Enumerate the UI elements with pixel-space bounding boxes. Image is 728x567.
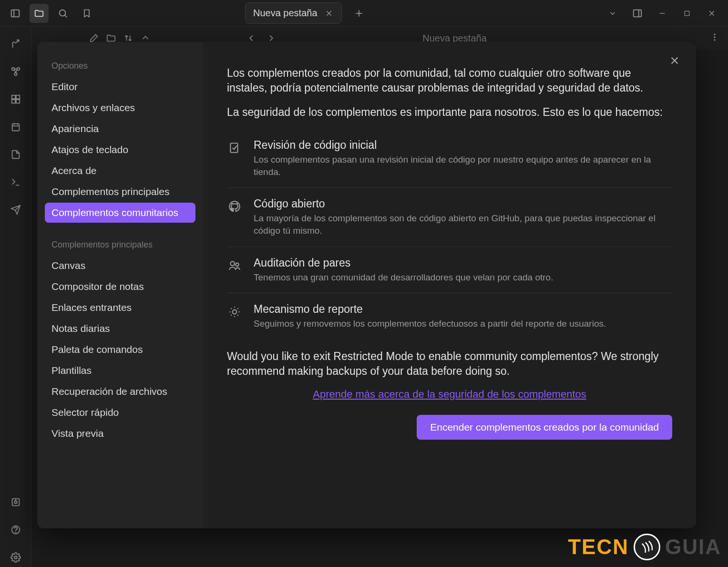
titlebar-left <box>0 4 102 23</box>
svg-point-17 <box>11 68 14 71</box>
feature-row: Revisión de código inicialLos complement… <box>227 129 672 188</box>
sidebar-item[interactable]: Atajos de teclado <box>45 140 195 160</box>
feature-icon <box>227 197 242 213</box>
publish-icon[interactable] <box>6 200 25 219</box>
watermark-tecno: TECN <box>568 535 629 559</box>
learn-more-link[interactable]: Aprende más acerca de la seguridad de lo… <box>227 388 672 401</box>
feature-title: Revisión de código inicial <box>254 139 672 152</box>
sidebar-item[interactable]: Notas diarias <box>45 319 195 339</box>
tabs-area: Nueva pestaña <box>102 2 601 24</box>
maximize-button[interactable] <box>676 4 698 23</box>
window-controls <box>601 4 728 23</box>
sidebar-left-toggle[interactable] <box>6 4 25 23</box>
sidebar-item[interactable]: Apariencia <box>45 119 195 139</box>
feature-title: Auditación de pares <box>254 257 672 269</box>
files-icon[interactable] <box>30 4 49 23</box>
section-title-core-plugins: Complementos principales <box>45 235 195 256</box>
quick-switcher-icon[interactable] <box>6 34 25 53</box>
sidebar-item[interactable]: Compositor de notas <box>45 277 195 297</box>
tab-label: Nueva pestaña <box>253 8 318 19</box>
help-icon[interactable] <box>6 520 25 539</box>
sidebar-item[interactable]: Plantillas <box>45 361 195 381</box>
watermark: TECN GUIA <box>568 534 721 560</box>
settings-modal: Opciones EditorArchivos y enlacesAparien… <box>37 42 696 528</box>
tab-new[interactable]: Nueva pestaña <box>245 2 342 24</box>
svg-point-40 <box>233 310 237 314</box>
svg-rect-20 <box>11 95 15 99</box>
sidebar-item[interactable]: Editor <box>45 77 195 97</box>
minimize-button[interactable] <box>651 4 674 23</box>
feature-desc: Tenemos una gran comunidad de desarrolla… <box>254 271 672 284</box>
sidebar-item[interactable]: Complementos principales <box>45 182 195 202</box>
watermark-guia: GUIA <box>665 535 721 559</box>
content-paragraph-3: Would you like to exit Restricted Mode t… <box>227 349 672 379</box>
svg-point-30 <box>14 501 17 504</box>
graph-icon[interactable] <box>6 62 25 81</box>
vault-icon[interactable] <box>6 493 25 512</box>
svg-rect-24 <box>12 124 19 131</box>
svg-line-3 <box>65 15 67 17</box>
svg-point-34 <box>14 556 17 559</box>
feature-row: Mecanismo de reporteSeguimos y removemos… <box>227 293 672 340</box>
svg-point-18 <box>17 68 20 71</box>
feature-desc: La mayoría de los complementos son de có… <box>254 212 672 237</box>
feature-text: Revisión de código inicialLos complement… <box>254 139 672 178</box>
svg-rect-22 <box>11 100 15 103</box>
sidebar-item[interactable]: Recuperación de archivos <box>45 381 195 402</box>
feature-text: Mecanismo de reporteSeguimos y removemos… <box>254 303 672 330</box>
sidebar-item[interactable]: Canvas <box>45 256 195 276</box>
sidebar-item[interactable]: Archivos y enlaces <box>45 98 195 118</box>
feature-icon <box>227 257 242 272</box>
sidebar-item[interactable]: Vista previa <box>45 423 195 443</box>
section-title-options: Opciones <box>45 56 195 77</box>
feature-desc: Los complementos pasan una revisión inic… <box>254 154 672 178</box>
daily-note-icon[interactable] <box>6 117 25 136</box>
enable-community-plugins-button[interactable]: Encender complementos creados por la com… <box>417 415 672 440</box>
search-icon[interactable] <box>53 4 72 23</box>
tab-close-icon[interactable] <box>324 9 334 18</box>
more-icon[interactable] <box>710 32 719 42</box>
svg-point-38 <box>230 261 235 266</box>
bookmark-icon[interactable] <box>77 4 96 23</box>
svg-rect-37 <box>230 143 237 153</box>
watermark-badge-icon <box>634 534 660 560</box>
sidebar-right-toggle[interactable] <box>626 4 649 23</box>
modal-close-icon[interactable] <box>666 52 683 69</box>
svg-rect-21 <box>16 95 19 99</box>
svg-rect-23 <box>16 100 19 103</box>
svg-point-2 <box>60 10 66 16</box>
svg-rect-0 <box>11 10 20 17</box>
feature-text: Código abiertoLa mayoría de los compleme… <box>254 197 672 237</box>
svg-point-33 <box>15 532 16 532</box>
svg-rect-11 <box>685 11 689 15</box>
feature-row: Auditación de paresTenemos una gran comu… <box>227 247 672 294</box>
content-paragraph-2: La seguridad de los complementos es impo… <box>227 105 672 120</box>
sidebar-item[interactable]: Complementos comunitarios <box>45 203 195 223</box>
svg-point-39 <box>236 263 239 266</box>
feature-icon <box>227 139 242 154</box>
feature-row: Código abiertoLa mayoría de los compleme… <box>227 188 672 247</box>
svg-point-15 <box>714 36 715 38</box>
svg-point-14 <box>714 34 715 35</box>
tab-dropdown-icon[interactable] <box>601 4 624 23</box>
svg-point-16 <box>714 39 715 41</box>
settings-icon[interactable] <box>6 548 25 567</box>
command-icon[interactable] <box>6 173 25 192</box>
settings-content: Los complementos creados por la comunida… <box>203 42 696 528</box>
sidebar-item[interactable]: Enlaces entrantes <box>45 298 195 318</box>
canvas-icon[interactable] <box>6 90 25 109</box>
svg-rect-8 <box>634 10 642 17</box>
feature-desc: Seguimos y removemos los complementos de… <box>254 318 672 330</box>
feature-icon <box>227 303 242 318</box>
sidebar-item[interactable]: Paleta de comandos <box>45 340 195 360</box>
sidebar-item[interactable]: Selector rápido <box>45 402 195 423</box>
sidebar-item[interactable]: Acerca de <box>45 161 195 181</box>
activity-bar <box>0 27 31 567</box>
feature-title: Código abierto <box>254 197 672 210</box>
titlebar: Nueva pestaña <box>0 0 728 27</box>
settings-sidebar: Opciones EditorArchivos y enlacesAparien… <box>37 42 203 528</box>
templates-icon[interactable] <box>6 145 25 164</box>
feature-title: Mecanismo de reporte <box>254 303 672 316</box>
close-window-button[interactable] <box>700 4 723 23</box>
new-tab-button[interactable] <box>351 6 367 21</box>
